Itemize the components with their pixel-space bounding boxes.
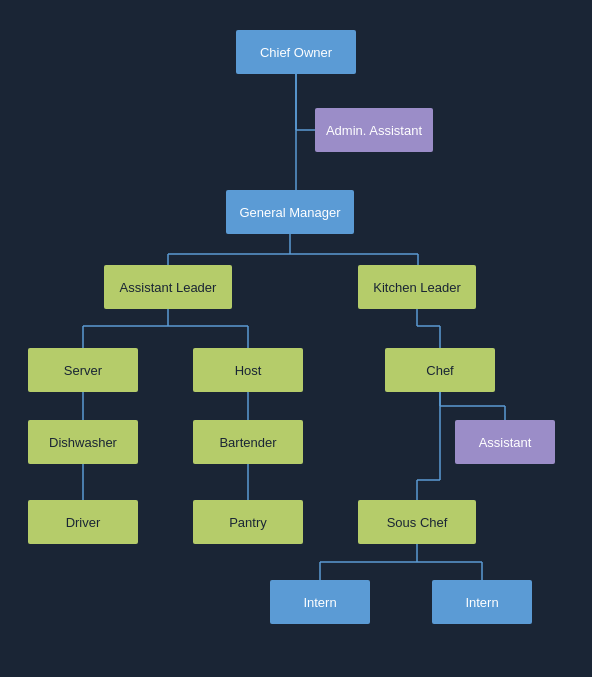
node-assistant-leader: Assistant Leader [104, 265, 232, 309]
connector-lines [0, 0, 592, 677]
node-host: Host [193, 348, 303, 392]
node-driver: Driver [28, 500, 138, 544]
node-assistant: Assistant [455, 420, 555, 464]
node-intern-1: Intern [270, 580, 370, 624]
node-server: Server [28, 348, 138, 392]
node-intern-2: Intern [432, 580, 532, 624]
node-general-manager: General Manager [226, 190, 354, 234]
org-chart: Chief Owner Admin. Assistant General Man… [0, 0, 592, 677]
node-chef: Chef [385, 348, 495, 392]
node-admin-assistant: Admin. Assistant [315, 108, 433, 152]
node-pantry: Pantry [193, 500, 303, 544]
node-kitchen-leader: Kitchen Leader [358, 265, 476, 309]
node-chief-owner: Chief Owner [236, 30, 356, 74]
node-sous-chef: Sous Chef [358, 500, 476, 544]
node-bartender: Bartender [193, 420, 303, 464]
node-dishwasher: Dishwasher [28, 420, 138, 464]
